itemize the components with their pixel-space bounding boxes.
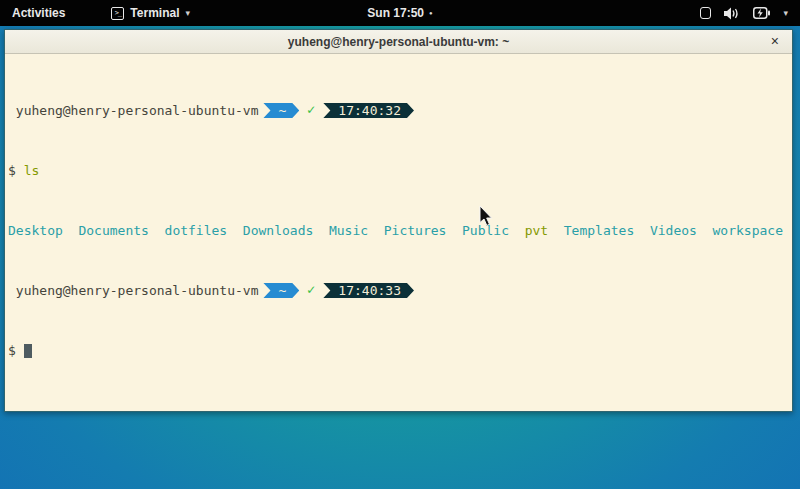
prompt-dollar: $	[8, 163, 16, 178]
activities-button[interactable]: Activities	[0, 0, 77, 26]
dir-entry: Desktop	[8, 223, 63, 238]
command-text: ls	[24, 163, 40, 178]
prompt-user: yuheng@henry-personal-ubuntu-vm	[16, 103, 259, 118]
chevron-down-icon: ▾	[783, 8, 788, 18]
prompt-path-segment: ~	[263, 283, 299, 298]
terminal-body[interactable]: yuheng@henry-personal-ubuntu-vm ~ ✓ 17:4…	[5, 55, 792, 411]
clock-button[interactable]: Sun 17:50 ●	[367, 0, 432, 26]
app-menu-terminal[interactable]: >_ Terminal ▾	[105, 0, 196, 26]
dir-entry: Pictures	[384, 223, 447, 238]
dir-entry: Documents	[78, 223, 148, 238]
terminal-icon: >_	[111, 7, 124, 20]
terminal-cursor	[24, 344, 32, 358]
ls-output-line: Desktop Documents dotfiles Downloads Mus…	[8, 223, 792, 238]
screen-icon	[700, 7, 711, 19]
desktop: Activities >_ Terminal ▾ Sun 17:50 ● ▾	[0, 0, 800, 489]
prompt-line-2: yuheng@henry-personal-ubuntu-vm ~ ✓ 17:4…	[8, 283, 792, 298]
window-title: yuheng@henry-personal-ubuntu-vm: ~	[288, 35, 509, 49]
top-bar: Activities >_ Terminal ▾ Sun 17:50 ● ▾	[0, 0, 800, 26]
input-line: $	[8, 343, 792, 358]
volume-icon	[724, 7, 740, 20]
close-icon[interactable]: ×	[771, 33, 779, 49]
prompt-time-segment: 17:40:33	[323, 283, 414, 298]
prompt-time-segment: 17:40:32	[323, 103, 414, 118]
prompt-path-segment: ~	[263, 103, 299, 118]
mouse-pointer-icon	[479, 206, 493, 227]
dir-entry: dotfiles	[165, 223, 228, 238]
prompt-dollar: $	[8, 343, 16, 358]
dir-entry: pvt	[525, 223, 548, 238]
dir-entry: Downloads	[243, 223, 313, 238]
notification-dot: ●	[429, 10, 433, 16]
chevron-down-icon: ▾	[185, 8, 190, 18]
prompt-status-check-icon: ✓	[306, 103, 316, 118]
prompt-line-1: yuheng@henry-personal-ubuntu-vm ~ ✓ 17:4…	[8, 103, 792, 118]
prompt-status-check-icon: ✓	[306, 283, 316, 298]
prompt-user: yuheng@henry-personal-ubuntu-vm	[16, 283, 259, 298]
battery-charging-icon	[753, 7, 770, 19]
system-tray-button[interactable]: ▾	[696, 0, 792, 26]
dir-entry: Music	[329, 223, 368, 238]
dir-entry: Templates	[564, 223, 634, 238]
clock-label: Sun 17:50	[367, 6, 424, 20]
command-line: $ ls	[8, 163, 792, 178]
terminal-window: yuheng@henry-personal-ubuntu-vm: ~ × yuh…	[4, 29, 793, 412]
app-menu-label: Terminal	[130, 6, 179, 20]
dir-entry: workspace	[713, 223, 783, 238]
dir-entry: Videos	[650, 223, 697, 238]
window-titlebar[interactable]: yuheng@henry-personal-ubuntu-vm: ~ ×	[5, 30, 792, 54]
